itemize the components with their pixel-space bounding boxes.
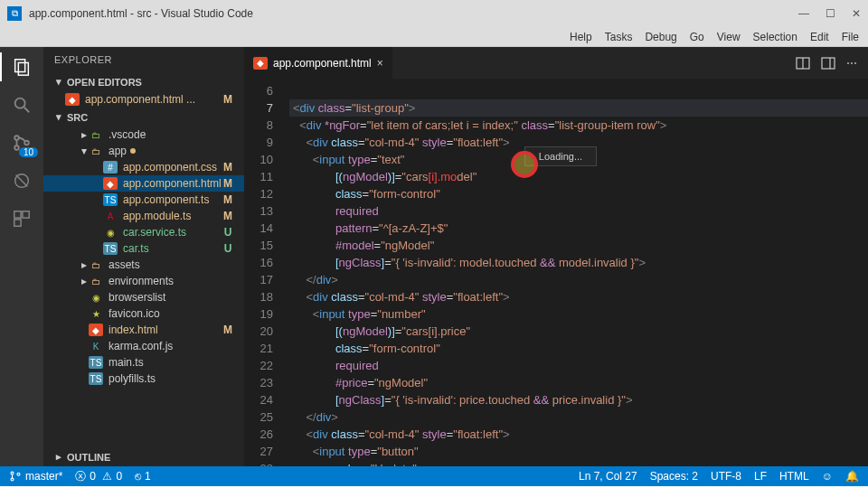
- hover-popup: Loading...: [524, 146, 597, 166]
- chevron-right-icon: ▸: [80, 258, 89, 271]
- eol-indicator[interactable]: LF: [754, 470, 767, 483]
- tree-item-app-component-html[interactable]: ◆app.component.htmlM: [43, 175, 244, 192]
- tree-item-app[interactable]: ▾🗀app: [43, 143, 244, 159]
- code-content[interactable]: <div class="list-group"> <div *ngFor="le…: [289, 79, 868, 466]
- problems-indicator[interactable]: ⓧ 0 ⚠ 0: [75, 469, 122, 484]
- tree-item-assets[interactable]: ▸🗀assets: [43, 257, 244, 273]
- tree-item-main-ts[interactable]: TSmain.ts: [43, 354, 244, 371]
- svg-rect-0: [15, 60, 25, 72]
- svg-rect-1: [18, 62, 28, 75]
- ports-indicator[interactable]: ⎋ 1: [135, 470, 151, 483]
- debug-icon[interactable]: [11, 170, 33, 192]
- menu-file[interactable]: File: [842, 31, 859, 43]
- maximize-button[interactable]: ☐: [826, 7, 835, 20]
- html-icon: ◆: [89, 324, 103, 336]
- tree-item-favicon-ico[interactable]: ★favicon.ico: [43, 305, 244, 322]
- svg-point-17: [11, 478, 14, 481]
- css-icon: #: [103, 161, 118, 174]
- svg-line-3: [24, 108, 30, 113]
- svg-rect-14: [822, 58, 835, 69]
- search-icon[interactable]: [11, 94, 33, 116]
- explorer-icon[interactable]: [11, 56, 33, 78]
- svg-rect-11: [14, 220, 21, 226]
- tab-label: app.component.html: [273, 57, 372, 70]
- cursor-position[interactable]: Ln 7, Col 27: [579, 470, 637, 483]
- folder-icon: 🗀: [89, 258, 103, 271]
- editor-layout-icon[interactable]: [821, 56, 835, 70]
- src-section[interactable]: ▾SRC: [43, 108, 244, 127]
- encoding-indicator[interactable]: UTF-8: [711, 470, 741, 483]
- window-title: app.component.html - src - Visual Studio…: [29, 7, 798, 20]
- menu-debug[interactable]: Debug: [645, 31, 676, 43]
- indent-indicator[interactable]: Spaces: 2: [650, 470, 698, 483]
- menubar: Help Tasks Debug Go View Selection Edit …: [0, 27, 868, 47]
- open-editor-item[interactable]: ◆ app.component.html ... M: [43, 91, 244, 108]
- activity-bar: 10: [0, 47, 43, 466]
- menu-view[interactable]: View: [717, 31, 741, 43]
- branch-indicator[interactable]: master*: [9, 470, 62, 483]
- menu-selection[interactable]: Selection: [753, 31, 797, 43]
- explorer-title: EXPLORER: [43, 47, 244, 72]
- tab-app-component-html[interactable]: ◆ app.component.html ×: [244, 47, 393, 79]
- gutter: 6789101112131415161718192021222324252627…: [244, 79, 289, 466]
- tree-item-car-ts[interactable]: TScar.tsU: [43, 240, 244, 257]
- ts2-icon: TS: [89, 372, 103, 385]
- yellow-icon: ◉: [89, 291, 103, 304]
- tree-item-car-service-ts[interactable]: ◉car.service.tsU: [43, 224, 244, 240]
- svg-line-8: [16, 175, 28, 187]
- code-editor[interactable]: 6789101112131415161718192021222324252627…: [244, 79, 868, 466]
- menu-tasks[interactable]: Tasks: [605, 31, 633, 43]
- svg-point-4: [14, 136, 19, 140]
- tree-item-environments[interactable]: ▸🗀environments: [43, 273, 244, 289]
- notifications-icon[interactable]: 🔔: [845, 470, 859, 483]
- titlebar: ⧉ app.component.html - src - Visual Stud…: [0, 0, 868, 27]
- folder-green-icon: 🗀: [89, 128, 103, 141]
- menu-edit[interactable]: Edit: [810, 31, 829, 43]
- outline-section[interactable]: ▸OUTLINE: [43, 447, 244, 466]
- html-icon: ◆: [65, 93, 80, 106]
- sidebar: EXPLORER ▾OPEN EDITORS ◆ app.component.h…: [43, 47, 244, 466]
- tree-item-karma-conf-js[interactable]: Kkarma.conf.js: [43, 338, 244, 354]
- svg-point-18: [17, 473, 20, 475]
- ts2-icon: TS: [89, 356, 103, 369]
- tree-item-app-component-css[interactable]: #app.component.cssM: [43, 159, 244, 175]
- file-tree: ▸🗀.vscode▾🗀app#app.component.cssM◆app.co…: [43, 127, 244, 447]
- close-button[interactable]: ✕: [852, 7, 861, 20]
- tree-item-browserslist[interactable]: ◉browserslist: [43, 289, 244, 305]
- scm-badge: 10: [19, 147, 38, 157]
- language-indicator[interactable]: HTML: [779, 470, 809, 483]
- tree-item-polyfills-ts[interactable]: TSpolyfills.ts: [43, 371, 244, 387]
- editor-group: ◆ app.component.html × ⋯ 678910111213141…: [244, 47, 868, 466]
- svg-point-2: [15, 99, 25, 108]
- menu-go[interactable]: Go: [690, 31, 704, 43]
- svg-point-6: [24, 141, 29, 145]
- folder-icon: 🗀: [89, 275, 103, 287]
- tree-item-app-component-ts[interactable]: TSapp.component.tsM: [43, 192, 244, 208]
- chevron-right-icon: ▸: [80, 275, 89, 287]
- split-editor-icon[interactable]: [796, 56, 810, 70]
- html-icon: ◆: [103, 177, 118, 190]
- minimize-button[interactable]: —: [798, 7, 809, 20]
- tab-bar: ◆ app.component.html × ⋯: [244, 47, 868, 79]
- tree-item-index-html[interactable]: ◆index.htmlM: [43, 322, 244, 338]
- tree-item--vscode[interactable]: ▸🗀.vscode: [43, 127, 244, 143]
- ts2-icon: TS: [103, 242, 118, 255]
- tree-item-app-module-ts[interactable]: Aapp.module.tsM: [43, 208, 244, 224]
- more-actions-icon[interactable]: ⋯: [846, 57, 857, 70]
- karma-icon: K: [89, 340, 103, 352]
- tab-close-icon[interactable]: ×: [377, 57, 383, 70]
- svg-rect-10: [23, 211, 29, 218]
- chevron-right-icon: ▸: [80, 128, 89, 141]
- open-editors-section[interactable]: ▾OPEN EDITORS: [43, 72, 244, 91]
- svg-point-16: [11, 472, 14, 474]
- extensions-icon[interactable]: [11, 208, 33, 230]
- ts-icon: TS: [103, 193, 118, 206]
- folder-icon: 🗀: [89, 145, 103, 157]
- svg-point-5: [14, 145, 19, 150]
- ang-icon: A: [103, 210, 118, 222]
- status-bar: master* ⓧ 0 ⚠ 0 ⎋ 1 Ln 7, Col 27 Spaces:…: [0, 466, 868, 486]
- menu-help[interactable]: Help: [570, 31, 592, 43]
- scm-icon[interactable]: 10: [11, 132, 33, 154]
- vscode-icon: ⧉: [7, 6, 22, 21]
- feedback-icon[interactable]: ☺: [822, 470, 833, 483]
